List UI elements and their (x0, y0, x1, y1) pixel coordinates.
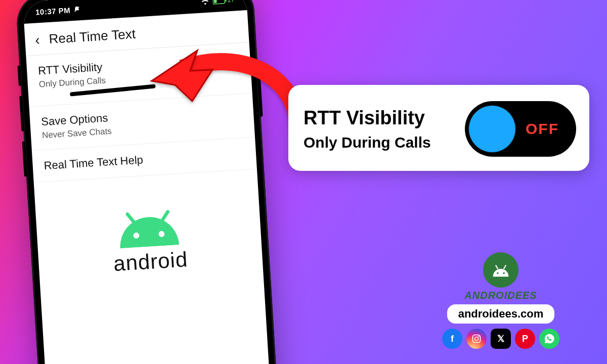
phone-screen: 10:37 PM 27 ‹ Real Time Text (23, 0, 275, 364)
brand-logo (483, 252, 518, 288)
svg-line-10 (504, 265, 506, 268)
callout-card: RTT Visibility Only During Calls OFF (288, 85, 589, 171)
svg-line-6 (161, 212, 168, 221)
whatsapp-icon[interactable] (539, 329, 559, 349)
toggle-knob (469, 106, 515, 152)
brand-block: ANDROIDEES androidees.com f 𝕏 P (430, 252, 572, 349)
svg-point-12 (475, 337, 479, 341)
svg-point-8 (503, 272, 505, 274)
android-logo-block: android (35, 189, 263, 281)
back-button[interactable]: ‹ (35, 33, 40, 48)
svg-line-9 (496, 265, 498, 268)
svg-point-7 (497, 272, 499, 274)
pinterest-icon[interactable]: P (515, 329, 535, 349)
instagram-icon[interactable] (466, 329, 487, 349)
card-title: RTT Visibility (304, 107, 465, 129)
x-icon[interactable]: 𝕏 (491, 329, 511, 349)
off-toggle[interactable]: OFF (465, 101, 576, 157)
wifi-icon (200, 0, 210, 6)
android-wordmark: android (38, 243, 263, 281)
social-row: f 𝕏 P (430, 329, 572, 349)
svg-point-13 (478, 336, 479, 337)
svg-rect-1 (213, 0, 216, 3)
brand-domain[interactable]: androidees.com (447, 304, 555, 324)
status-time: 10:37 PM (35, 6, 71, 16)
brand-name: ANDROIDEES (430, 290, 572, 301)
page-title: Real Time Text (49, 26, 136, 47)
card-subtitle: Only During Calls (304, 134, 465, 151)
toggle-label: OFF (515, 120, 576, 138)
facebook-icon[interactable]: f (442, 329, 462, 349)
promo-canvas: 10:37 PM 27 ‹ Real Time Text (0, 0, 607, 364)
svg-rect-2 (225, 0, 226, 2)
android-icon (104, 194, 193, 249)
battery-percent: 27 (228, 0, 235, 4)
row-title: Real Time Text Help (44, 147, 245, 172)
battery-indicator: 27 (212, 0, 235, 5)
svg-line-5 (127, 214, 135, 223)
phone-mockup: 10:37 PM 27 ‹ Real Time Text (15, 0, 282, 364)
